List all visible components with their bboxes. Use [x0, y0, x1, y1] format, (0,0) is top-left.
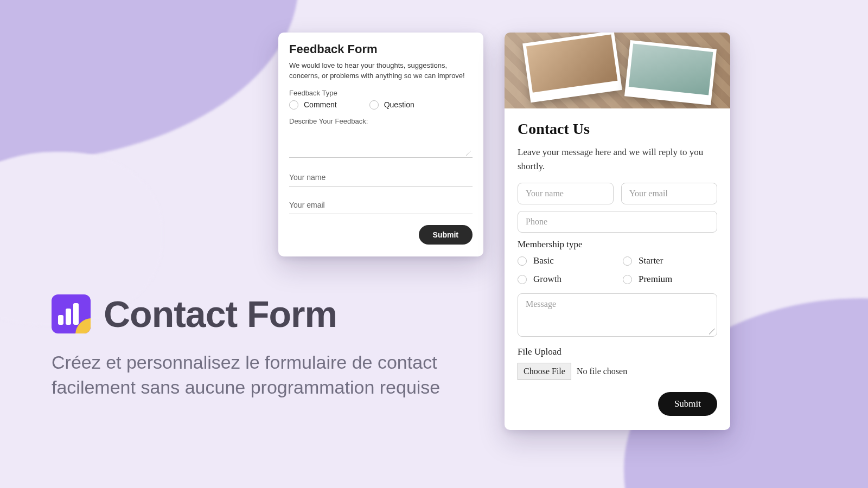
background-blob	[0, 0, 298, 163]
radio-icon	[289, 100, 298, 110]
feedback-form-card: Feedback Form We would love to hear your…	[278, 33, 483, 256]
hero-subtitle: Créez et personnalisez le formulaire de …	[52, 350, 486, 400]
feedback-describe-label: Describe Your Feedback:	[289, 117, 473, 125]
membership-type-label: Membership type	[518, 239, 717, 250]
feedback-type-label: Feedback Type	[289, 89, 473, 97]
hero: Contact Form Créez et personnalisez le f…	[52, 293, 486, 400]
contact-message-textarea[interactable]	[518, 293, 717, 337]
radio-icon	[518, 256, 527, 266]
membership-growth-radio[interactable]: Growth	[518, 274, 612, 285]
hero-title: Contact Form	[104, 293, 337, 335]
radio-label: Growth	[533, 274, 561, 285]
contact-title: Contact Us	[518, 120, 717, 138]
choose-file-button[interactable]: Choose File	[518, 363, 571, 380]
svg-rect-0	[58, 315, 63, 325]
svg-rect-1	[66, 309, 71, 325]
radio-icon	[623, 275, 632, 284]
membership-premium-radio[interactable]: Premium	[623, 274, 717, 285]
contact-form-card: Contact Us Leave your message here and w…	[505, 33, 730, 430]
polaroid-photo-icon	[522, 33, 622, 102]
feedback-type-comment-radio[interactable]: Comment	[289, 100, 337, 110]
svg-rect-2	[73, 303, 79, 325]
contact-hero-image	[505, 33, 730, 108]
radio-label: Comment	[304, 100, 337, 109]
feedback-describe-textarea[interactable]	[289, 129, 473, 158]
feedback-name-input[interactable]	[289, 168, 473, 187]
radio-label: Question	[384, 100, 414, 109]
radio-label: Starter	[639, 255, 663, 266]
feedback-email-input[interactable]	[289, 195, 473, 214]
radio-label: Premium	[639, 274, 672, 285]
feedback-type-question-radio[interactable]: Question	[369, 100, 414, 110]
app-logo-icon	[52, 294, 91, 333]
contact-name-input[interactable]	[518, 183, 614, 204]
feedback-submit-button[interactable]: Submit	[419, 225, 473, 245]
contact-submit-button[interactable]: Submit	[658, 392, 717, 416]
radio-icon	[369, 100, 379, 110]
contact-description: Leave your message here and we will repl…	[518, 145, 717, 173]
feedback-title: Feedback Form	[289, 42, 473, 56]
radio-label: Basic	[533, 255, 554, 266]
membership-starter-radio[interactable]: Starter	[623, 255, 717, 266]
polaroid-photo-icon	[624, 40, 717, 105]
radio-icon	[518, 275, 527, 284]
contact-phone-input[interactable]	[518, 211, 717, 233]
feedback-description: We would love to hear your thoughts, sug…	[289, 61, 473, 81]
file-chosen-status: No file chosen	[577, 367, 627, 376]
file-upload-label: File Upload	[518, 346, 717, 357]
membership-basic-radio[interactable]: Basic	[518, 255, 612, 266]
contact-email-input[interactable]	[621, 183, 717, 204]
radio-icon	[623, 256, 632, 266]
